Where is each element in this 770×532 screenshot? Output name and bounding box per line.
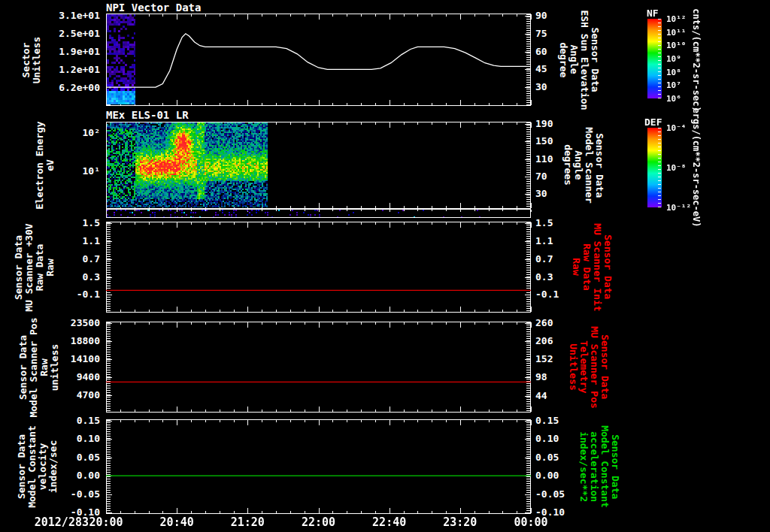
colorbar-tick-label: 10⁻⁴ [666,124,687,132]
colorbar-tick-label: 10⁶ [666,95,681,103]
date-label: 2012/283 [5,515,89,529]
colorbar-nf-unit: cnts/(cm**2-sr-sec) [691,8,702,111]
plot-screen: NPI Vector Data MEx ELS-01 LR 3.1e+012.5… [0,0,770,532]
time-tick-label: 23:20 [443,515,477,529]
colorbar-tick-label: 10⁹ [666,55,681,63]
colorbar-tick-label: 10¹² [666,15,687,23]
colorbar-nf-title: NF [647,8,659,19]
colorbar-tick-label: 10⁷ [666,81,681,89]
time-tick-label: 20:40 [160,515,194,529]
time-tick-label: 00:00 [514,515,547,529]
colorbar-def-gradient [647,128,662,207]
colorbar-tick-label: 10¹⁰ [666,41,687,50]
colorbar-def-unit: ergs/(cm**2-sr-sec-eV) [691,108,702,228]
time-tick-label: 20:00 [89,515,123,529]
time-tick-label: 22:40 [372,515,406,529]
colorbar-tick-label: 10¹¹ [666,29,687,37]
colorbar-def-title: DEF [644,116,662,128]
colorbar-tick-label: 10⁻⁸ [666,164,687,172]
colorbar-tick-label: 10⁻¹² [666,204,691,212]
colorbar-tick-label: 10⁸ [666,68,681,77]
time-tick-label: 21:20 [231,515,265,529]
time-tick-label: 22:00 [302,515,335,529]
colorbar-nf-gradient [647,19,662,98]
colorbar-def-ticks [658,128,661,207]
colorbar-nf-ticks [658,19,661,98]
